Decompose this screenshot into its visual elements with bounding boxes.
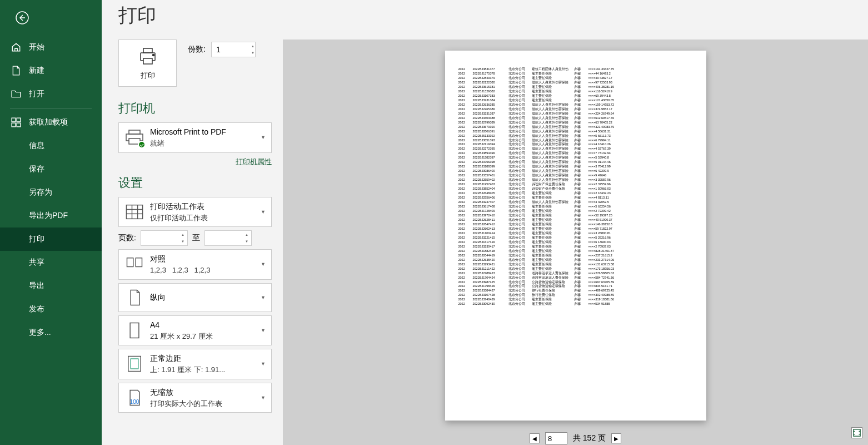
addin-icon [11, 117, 21, 127]
scaling-line1: 无缩放 [150, 387, 261, 398]
svg-rect-17 [127, 258, 133, 267]
nav-saveas[interactable]: 另存为 [0, 181, 102, 204]
nav-save[interactable]: 保存 [0, 157, 102, 181]
svg-rect-21 [131, 359, 138, 369]
nav-export-pdf[interactable]: 导出为PDF [0, 204, 102, 228]
back-button[interactable] [9, 4, 36, 31]
nav-label: 发布 [29, 304, 44, 314]
spinner-up-icon[interactable]: ▲ [243, 231, 250, 238]
copies-input[interactable]: 1 ▲▼ [211, 42, 256, 57]
nav-label: 打开 [29, 89, 44, 99]
settings-section-title: 设置 [118, 175, 272, 191]
svg-rect-23 [854, 429, 860, 436]
paper-line1: A4 [150, 319, 261, 331]
scaling-line2: 打印实际大小的工作表 [150, 398, 261, 409]
print-label: 打印 [141, 71, 155, 81]
margin-line1: 正常边距 [150, 353, 261, 364]
scaling-icon: 100 [124, 388, 144, 408]
chevron-down-icon: ▼ [261, 395, 266, 400]
nav-share[interactable]: 共享 [0, 251, 102, 274]
svg-rect-3 [12, 123, 16, 127]
printer-properties-link[interactable]: 打印机属性 [236, 157, 272, 166]
chevron-down-icon: ▼ [261, 361, 266, 367]
sheet-icon [124, 202, 144, 222]
svg-point-8 [152, 54, 154, 56]
nav-export[interactable]: 导出 [0, 274, 102, 298]
what-line2: 仅打印活动工作表 [150, 212, 261, 224]
sidebar: 开始 新建 打开 获取加载项 信息 保存 另存为 导出为PDF 打印 共享 导出… [0, 0, 102, 445]
fit-to-page-button[interactable] [851, 427, 862, 438]
nav-addins[interactable]: 获取加载项 [0, 111, 102, 134]
collate-dropdown[interactable]: 对照1,2,3 1,2,3 1,2,3 ▼ [118, 249, 272, 280]
preview-area: 20222022BJ3831377北京分公司建筑工程团体人身意外伤亦穆××××1… [283, 39, 868, 432]
nav-label: 打印 [29, 234, 44, 244]
folder-icon [11, 89, 21, 99]
file-icon [11, 66, 21, 76]
margin-dropdown[interactable]: 正常边距上: 1.91 厘米 下: 1.91... ▼ [118, 349, 272, 379]
pages-to-input[interactable]: ▲▼ [204, 230, 252, 246]
printer-device-icon [124, 127, 144, 147]
scaling-dropdown[interactable]: 100 无缩放打印实际大小的工作表 ▼ [118, 383, 272, 413]
collate-line2: 1,2,3 1,2,3 1,2,3 [150, 265, 261, 276]
spinner-down-icon[interactable]: ▼ [179, 238, 186, 245]
svg-rect-6 [143, 48, 152, 53]
pages-from-input[interactable]: ▲▼ [141, 230, 188, 246]
nav-publish[interactable]: 发布 [0, 298, 102, 321]
printer-icon [138, 46, 158, 66]
printer-status-text: 就绪 [150, 138, 261, 149]
total-pages-label: 共 152 页 [573, 433, 606, 443]
spinner-down-icon[interactable]: ▼ [243, 238, 250, 245]
orientation-dropdown[interactable]: 纵向 ▼ [118, 283, 272, 312]
nav-label: 导出 [29, 281, 44, 291]
margin-line2: 上: 1.91 厘米 下: 1.91... [150, 364, 261, 375]
nav-label: 开始 [29, 42, 44, 52]
copies-label: 份数: [188, 44, 206, 55]
svg-rect-2 [17, 118, 21, 122]
prev-page-button[interactable]: ◀ [530, 433, 540, 443]
pages-label: 页数: [118, 233, 136, 243]
printer-dropdown[interactable]: Microsoft Print to PDF 就绪 ▼ [118, 122, 272, 153]
home-icon [11, 42, 21, 52]
page-number-input[interactable] [545, 432, 567, 444]
copies-value: 1 [212, 45, 221, 54]
paper-dropdown[interactable]: A421 厘米 x 29.7 厘米 ▼ [118, 315, 272, 346]
svg-text:100: 100 [130, 399, 139, 405]
paper-icon [124, 320, 144, 340]
chevron-down-icon: ▼ [261, 261, 266, 267]
nav-label: 导出为PDF [29, 211, 68, 221]
nav-label: 更多... [29, 328, 51, 338]
nav-label: 共享 [29, 258, 44, 268]
print-what-dropdown[interactable]: 打印活动工作表仅打印活动工作表 ▼ [118, 197, 272, 228]
print-button[interactable]: 打印 [118, 39, 177, 87]
spinner-down-icon[interactable]: ▼ [247, 50, 254, 56]
svg-rect-7 [143, 58, 152, 64]
paper-line2: 21 厘米 x 29.7 厘米 [150, 331, 261, 342]
nav-home[interactable]: 开始 [0, 36, 102, 59]
collate-line1: 对照 [150, 253, 261, 265]
nav-open[interactable]: 打开 [0, 82, 102, 106]
svg-rect-4 [17, 123, 21, 127]
divider [10, 108, 92, 108]
nav-info[interactable]: 信息 [0, 134, 102, 157]
page-preview: 20222022BJ3831377北京分公司建筑工程团体人身意外伤亦穆××××1… [445, 51, 706, 421]
nav-more[interactable]: 更多... [0, 321, 102, 344]
spinner-up-icon[interactable]: ▲ [179, 231, 186, 238]
nav-label: 保存 [29, 164, 44, 174]
chevron-down-icon: ▼ [261, 209, 266, 215]
nav-new[interactable]: 新建 [0, 59, 102, 82]
nav-label: 信息 [29, 141, 44, 151]
chevron-down-icon: ▼ [261, 295, 266, 300]
page-title: 打印 [118, 3, 851, 28]
margin-icon [124, 354, 144, 374]
collate-icon [124, 254, 144, 274]
svg-rect-1 [12, 118, 16, 122]
printer-section-title: 打印机 [118, 100, 272, 117]
svg-rect-12 [126, 205, 142, 219]
printer-name: Microsoft Print to PDF [150, 126, 261, 138]
nav-print[interactable]: 打印 [0, 228, 102, 251]
next-page-button[interactable]: ▶ [611, 433, 621, 443]
spinner-up-icon[interactable]: ▲ [247, 43, 254, 50]
nav-label: 获取加载项 [29, 117, 68, 127]
what-line1: 打印活动工作表 [150, 201, 261, 212]
svg-rect-19 [130, 323, 139, 338]
